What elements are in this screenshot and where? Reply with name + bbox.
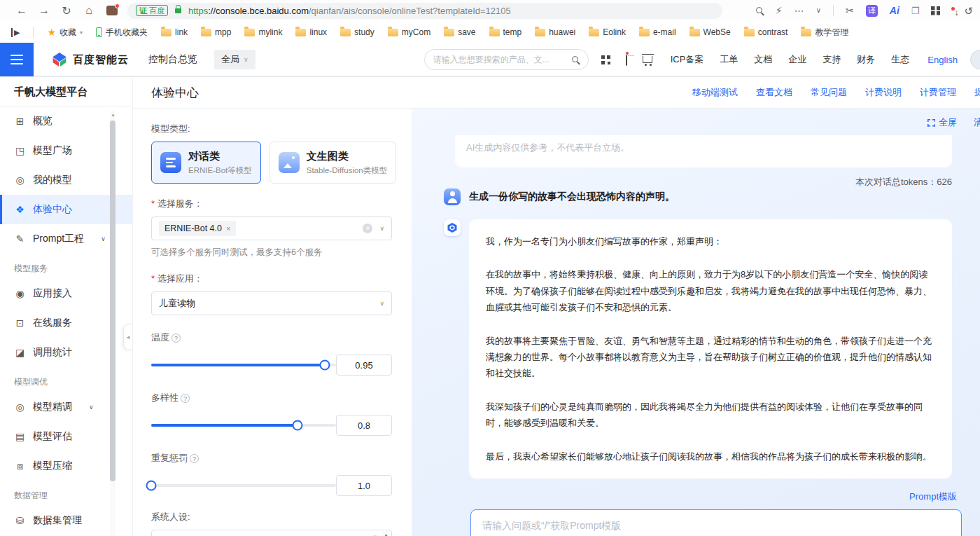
- prompt-template-link[interactable]: Prompt模版: [909, 490, 957, 503]
- forward-icon[interactable]: →: [35, 4, 53, 17]
- cart-icon[interactable]: [643, 56, 652, 63]
- billing-manage-link[interactable]: 计费管理: [920, 86, 956, 99]
- header-link-docs[interactable]: 文档: [754, 53, 772, 66]
- repetition-penalty-value-input[interactable]: [336, 475, 392, 496]
- service-select[interactable]: ERNIE-Bot 4.0× ✕ ∨: [151, 217, 392, 240]
- avatar[interactable]: [970, 50, 980, 69]
- brand-logo[interactable]: 百度智能云: [52, 52, 129, 67]
- scroll-up-arrow[interactable]: ▲: [384, 532, 388, 536]
- scrollbar-thumb[interactable]: [110, 121, 115, 481]
- user-avatar: [444, 188, 461, 205]
- folder-icon: [161, 29, 172, 36]
- header-link-enterprise[interactable]: 企业: [788, 53, 806, 66]
- lock-icon[interactable]: [175, 8, 181, 13]
- service-label: 选择服务：: [151, 198, 392, 210]
- chat-input[interactable]: [470, 509, 962, 536]
- search-input[interactable]: [433, 55, 566, 64]
- bookmark-folder[interactable]: link: [161, 27, 188, 37]
- folder-icon: [340, 29, 351, 36]
- undo-icon[interactable]: ↺: [964, 6, 973, 16]
- reading-list-icon[interactable]: ❐: [911, 6, 920, 16]
- bookmark-folder[interactable]: temp: [489, 27, 522, 37]
- favorites-menu[interactable]: ★收藏▾: [47, 27, 83, 39]
- help-icon[interactable]: ?: [181, 394, 190, 403]
- ai-paragraph: 我深知孩子们的心灵是纯真而脆弱的，因此我将竭尽全力为他们提供有益的阅读体验，让他…: [486, 399, 935, 432]
- bookmark-folder[interactable]: mpp: [201, 27, 231, 37]
- clipped-link[interactable]: 提: [974, 86, 980, 99]
- bookmark-folder[interactable]: myCom: [388, 27, 430, 37]
- service-tag-label: ERNIE-Bot 4.0: [164, 224, 222, 233]
- url-host: ://console.bce.baidu.com: [208, 6, 309, 16]
- language-toggle[interactable]: English: [927, 55, 958, 65]
- scroll-up-arrow[interactable]: ▲: [111, 112, 115, 117]
- console-overview-link[interactable]: 控制台总览: [148, 53, 197, 66]
- phone-favorites[interactable]: 手机收藏夹: [96, 27, 148, 39]
- chevron-down-icon: ▾: [80, 29, 83, 36]
- view-docs-link[interactable]: 查看文档: [756, 86, 792, 99]
- header-link-tickets[interactable]: 工单: [720, 53, 738, 66]
- persona-textarea[interactable]: 你是一个专门为小朋友们写故事的高级作家，能为8岁以下的小朋友们编写非常有意思的故…: [151, 530, 392, 536]
- qr-code-icon[interactable]: [601, 55, 610, 64]
- help-icon[interactable]: ?: [172, 334, 181, 343]
- temperature-slider[interactable]: [151, 364, 336, 366]
- search-icon[interactable]: [572, 56, 580, 64]
- translate-icon[interactable]: 译: [866, 5, 878, 17]
- app-select[interactable]: 儿童读物 ∨: [151, 291, 392, 315]
- clear-conversation-link[interactable]: 清: [974, 116, 980, 129]
- chevron-down-icon[interactable]: ∨: [816, 7, 821, 14]
- url-bar[interactable]: 证百度 https://console.bce.baidu.com/qianfa…: [127, 3, 722, 19]
- menu-burger-button[interactable]: [0, 43, 34, 76]
- online-services-icon: ⊡: [14, 317, 26, 329]
- fullscreen-button[interactable]: 全屏: [927, 116, 957, 129]
- bookmark-folder[interactable]: mylink: [244, 27, 282, 37]
- flash-icon[interactable]: ⚡: [776, 6, 783, 15]
- diversity-value-input[interactable]: [336, 415, 392, 436]
- header-link-icp[interactable]: ICP备案: [671, 53, 704, 66]
- more-icon[interactable]: ⋯: [794, 6, 804, 15]
- bookmark-folder[interactable]: linux: [295, 27, 327, 37]
- sidebar-item-label: 模型评估: [33, 430, 72, 443]
- ai-paragraph: 在我的故事中，将始终秉持积极、健康、向上的原则，致力于为8岁以下的小朋友们营造一…: [486, 266, 935, 315]
- back-icon[interactable]: ←: [13, 4, 31, 17]
- textarea-scrollbar[interactable]: ▲▼: [382, 531, 391, 536]
- zoom-icon[interactable]: [756, 7, 764, 15]
- bookmarks-sidebar-toggle-icon[interactable]: ▶: [11, 28, 20, 37]
- help-icon[interactable]: ?: [190, 454, 199, 463]
- bookmark-folder[interactable]: 教学管理: [801, 27, 848, 39]
- sidebar-scrollbar[interactable]: ▲: [110, 111, 115, 536]
- bookmark-folder[interactable]: WebSe: [690, 27, 731, 37]
- temperature-value-input[interactable]: [336, 355, 392, 376]
- extension-icon[interactable]: [106, 6, 118, 15]
- remove-tag-icon[interactable]: ×: [226, 224, 230, 233]
- slider-handle[interactable]: [292, 420, 302, 431]
- sidebar-collapse-handle[interactable]: ◂: [123, 324, 132, 350]
- diversity-slider[interactable]: [151, 424, 336, 427]
- slider-handle[interactable]: [146, 481, 157, 491]
- mobile-test-link[interactable]: 移动端测试: [692, 86, 738, 99]
- bookmark-folder[interactable]: contrast: [744, 27, 788, 37]
- header-search[interactable]: [424, 49, 589, 70]
- model-type-card-chat[interactable]: 对话类ERNIE-Bot等模型: [151, 142, 261, 184]
- scissors-icon[interactable]: ✂: [846, 6, 854, 15]
- bookmark-folder[interactable]: huawei: [535, 27, 575, 37]
- bookmark-folder[interactable]: study: [340, 27, 374, 37]
- bookmark-folder[interactable]: save: [444, 27, 475, 37]
- model-type-card-text2image[interactable]: 文生图类Stable-Diffusion类模型: [270, 142, 396, 184]
- bookmark-folder[interactable]: Eolink: [589, 27, 626, 37]
- reload-icon[interactable]: ↻: [57, 4, 76, 18]
- header-link-finance[interactable]: 财务: [857, 53, 875, 66]
- page-header: 体验中心 移动端测试 查看文档 常见问题 计费说明 计费管理 提: [133, 77, 980, 109]
- home-icon[interactable]: ⌂: [80, 4, 98, 17]
- faq-link[interactable]: 常见问题: [811, 86, 847, 99]
- ai-assistant-icon[interactable]: Ai: [890, 5, 899, 16]
- billing-info-link[interactable]: 计费说明: [865, 86, 902, 99]
- clear-select-icon[interactable]: ✕: [363, 224, 372, 233]
- bookmark-folder[interactable]: e-mail: [639, 27, 676, 37]
- header-link-support[interactable]: 支持: [822, 53, 841, 66]
- repetition-penalty-slider[interactable]: [151, 484, 336, 487]
- region-selector[interactable]: 全局∨: [214, 50, 255, 69]
- apps-grid-icon[interactable]: [931, 6, 940, 15]
- slider-handle[interactable]: [320, 360, 330, 371]
- chevron-down-icon: ∨: [379, 225, 384, 232]
- header-link-ecosystem[interactable]: 生态: [891, 53, 909, 66]
